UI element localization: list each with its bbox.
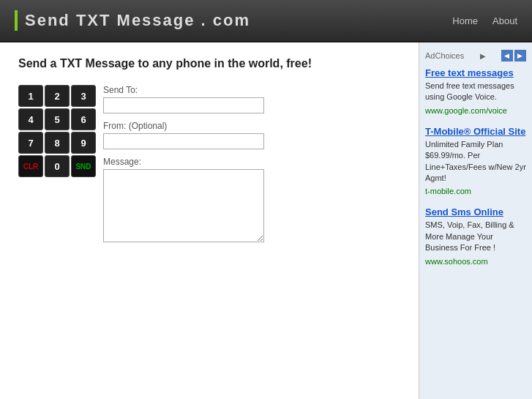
ad-2-url[interactable]: t-mobile.com xyxy=(425,187,471,195)
key-2[interactable]: 2 xyxy=(45,85,70,107)
ad-next-button[interactable]: ▶ xyxy=(514,50,526,61)
main-wrapper: Send a TXT Message to any phone in the w… xyxy=(0,42,532,399)
message-label: Message: xyxy=(103,157,400,167)
ad-1-desc: Send free text messages using Google Voi… xyxy=(425,81,526,103)
nav-about[interactable]: About xyxy=(492,15,517,26)
message-group: Message: xyxy=(103,157,400,245)
ad-2-desc: Unlimited Family Plan $69.99/mo. Per Lin… xyxy=(425,139,526,184)
ad-3: Send Sms Online SMS, Voip, Fax, Billing … xyxy=(425,206,526,266)
sms-area: 1 2 3 4 5 6 7 8 9 CLR 0 SND Send To: xyxy=(18,85,400,252)
sidebar: AdChoices ▶ ◀ ▶ Free text messages Send … xyxy=(419,42,532,399)
send-to-group: Send To: xyxy=(103,85,400,113)
key-7[interactable]: 7 xyxy=(18,132,43,154)
adchoices-label: AdChoices xyxy=(425,51,464,60)
key-9[interactable]: 9 xyxy=(71,132,96,154)
ad-3-desc: SMS, Voip, Fax, Billing & More Manage Yo… xyxy=(425,220,526,253)
key-6[interactable]: 6 xyxy=(71,108,96,130)
logo: Send TXT Message . com xyxy=(15,10,250,31)
ad-1-url[interactable]: www.google.com/voice xyxy=(425,106,507,115)
header: Send TXT Message . com Home About xyxy=(0,0,532,42)
ad-1-title[interactable]: Free text messages xyxy=(425,67,526,78)
page-title: Send a TXT Message to any phone in the w… xyxy=(18,57,400,70)
key-8[interactable]: 8 xyxy=(45,132,70,154)
from-label: From: (Optional) xyxy=(103,121,400,131)
adchoices-icon: ▶ xyxy=(480,52,486,60)
send-to-label: Send To: xyxy=(103,85,400,95)
from-group: From: (Optional) xyxy=(103,121,400,149)
ad-3-title[interactable]: Send Sms Online xyxy=(425,206,526,217)
key-5[interactable]: 5 xyxy=(45,108,70,130)
key-clr[interactable]: CLR xyxy=(18,155,43,177)
header-nav: Home About xyxy=(452,15,517,26)
key-snd[interactable]: SND xyxy=(71,155,96,177)
message-textarea[interactable] xyxy=(103,169,264,242)
logo-bar xyxy=(15,10,18,31)
key-1[interactable]: 1 xyxy=(18,85,43,107)
ad-prev-button[interactable]: ◀ xyxy=(501,50,513,61)
key-3[interactable]: 3 xyxy=(71,85,96,107)
nav-home[interactable]: Home xyxy=(452,15,478,26)
key-0[interactable]: 0 xyxy=(45,155,70,177)
send-to-input[interactable] xyxy=(103,97,264,113)
ad-2: T-Mobile® Official Site Unlimited Family… xyxy=(425,126,526,197)
content: Send a TXT Message to any phone in the w… xyxy=(0,42,419,399)
ad-1: Free text messages Send free text messag… xyxy=(425,67,526,116)
adchoices-bar: AdChoices ▶ ◀ ▶ xyxy=(425,50,526,61)
keypad: 1 2 3 4 5 6 7 8 9 CLR 0 SND xyxy=(18,85,96,252)
form-fields: Send To: From: (Optional) Message: xyxy=(103,85,400,252)
key-4[interactable]: 4 xyxy=(18,108,43,130)
logo-text: Send TXT Message . com xyxy=(25,11,250,30)
ad-nav-buttons: ◀ ▶ xyxy=(501,50,526,61)
ad-3-url[interactable]: www.sohoos.com xyxy=(425,257,488,266)
from-input[interactable] xyxy=(103,133,264,149)
ad-2-title[interactable]: T-Mobile® Official Site xyxy=(425,126,526,137)
